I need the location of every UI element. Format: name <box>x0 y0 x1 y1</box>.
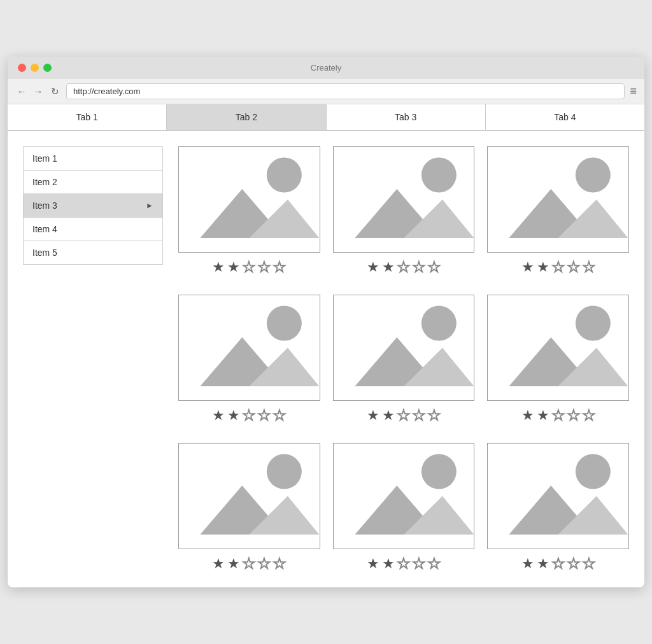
grid-cell-3-1: ★ ★ ★ ★ ★ <box>178 443 320 572</box>
star-5: ★ <box>273 407 286 424</box>
sidebar-item-4[interactable]: Item 4 <box>24 218 162 241</box>
refresh-button[interactable]: ↻ <box>48 86 61 97</box>
chevron-right-icon: ► <box>146 201 153 210</box>
star-2: ★ <box>382 407 395 424</box>
grid-cell-1-3: ★ ★ ★ ★ ★ <box>487 146 629 276</box>
browser-menu-button[interactable]: ≡ <box>630 85 637 98</box>
star-3: ★ <box>243 259 255 276</box>
star-5: ★ <box>428 259 441 276</box>
tabs-bar: Tab 1 Tab 2 Tab 3 Tab 4 <box>8 104 644 131</box>
rating-stars-1-2[interactable]: ★ ★ ★ ★ ★ <box>367 259 441 276</box>
sidebar-item-5[interactable]: Item 5 <box>24 241 162 264</box>
minimize-button[interactable] <box>31 64 39 72</box>
star-2: ★ <box>227 556 240 572</box>
star-1: ★ <box>521 556 534 572</box>
star-2: ★ <box>537 556 549 572</box>
image-placeholder <box>333 295 475 401</box>
star-5: ★ <box>583 556 595 572</box>
star-4: ★ <box>413 556 425 572</box>
star-4: ★ <box>258 407 271 424</box>
sidebar: Item 1 Item 2 Item 3 ► Item 4 Item 5 <box>23 146 163 572</box>
image-placeholder <box>178 146 320 253</box>
rating-stars-2-1[interactable]: ★ ★ ★ ★ ★ <box>212 407 286 424</box>
star-3: ★ <box>552 556 565 572</box>
grid-area: ★ ★ ★ ★ ★ <box>178 146 629 572</box>
star-1: ★ <box>212 556 225 572</box>
star-1: ★ <box>521 259 534 276</box>
star-3: ★ <box>397 259 410 276</box>
grid-cell-2-1: ★ ★ ★ ★ ★ <box>178 295 320 424</box>
url-input[interactable]: http://creately.com <box>66 83 625 99</box>
star-4: ★ <box>258 259 271 276</box>
star-2: ★ <box>227 259 240 276</box>
star-4: ★ <box>567 556 580 572</box>
grid-cell-2-3: ★ ★ ★ ★ ★ <box>487 295 629 424</box>
svg-point-9 <box>576 158 611 193</box>
star-5: ★ <box>428 556 441 572</box>
star-3: ★ <box>397 407 410 424</box>
sidebar-item-2[interactable]: Item 2 <box>24 171 162 194</box>
sidebar-item-1[interactable]: Item 1 <box>24 147 162 171</box>
grid-cell-1-2: ★ ★ ★ ★ ★ <box>333 146 475 276</box>
rating-stars-3-3[interactable]: ★ ★ ★ ★ ★ <box>521 556 595 572</box>
image-placeholder <box>178 295 320 401</box>
title-bar: Creately <box>8 57 644 79</box>
image-placeholder <box>487 443 629 549</box>
maximize-button[interactable] <box>43 64 52 72</box>
nav-buttons: ← → ↻ <box>15 86 61 97</box>
grid-cell-1-1: ★ ★ ★ ★ ★ <box>178 146 320 276</box>
menu-list: Item 1 Item 2 Item 3 ► Item 4 Item 5 <box>23 146 163 265</box>
grid-row-1: ★ ★ ★ ★ ★ <box>178 146 629 276</box>
browser-window: Creately ← → ↻ http://creately.com ≡ Tab… <box>8 57 644 587</box>
star-5: ★ <box>273 259 286 276</box>
star-2: ★ <box>227 407 240 424</box>
tab-2[interactable]: Tab 2 <box>167 104 326 130</box>
tab-3[interactable]: Tab 3 <box>327 104 486 130</box>
star-1: ★ <box>367 259 379 276</box>
star-1: ★ <box>521 407 534 424</box>
star-3: ★ <box>243 407 255 424</box>
tab-1[interactable]: Tab 1 <box>8 104 167 130</box>
image-placeholder <box>333 443 475 549</box>
forward-button[interactable]: → <box>32 86 45 97</box>
star-1: ★ <box>212 259 225 276</box>
star-4: ★ <box>567 407 580 424</box>
star-3: ★ <box>552 407 565 424</box>
svg-point-21 <box>576 306 611 341</box>
star-2: ★ <box>382 556 395 572</box>
rating-stars-2-2[interactable]: ★ ★ ★ ★ ★ <box>367 407 441 424</box>
star-5: ★ <box>583 259 595 276</box>
svg-point-17 <box>422 306 457 341</box>
svg-point-5 <box>422 158 457 193</box>
sidebar-item-3[interactable]: Item 3 ► <box>24 194 162 218</box>
image-placeholder <box>178 443 320 549</box>
rating-stars-3-1[interactable]: ★ ★ ★ ★ ★ <box>212 556 286 572</box>
rating-stars-1-3[interactable]: ★ ★ ★ ★ ★ <box>521 259 595 276</box>
star-4: ★ <box>258 556 271 572</box>
star-4: ★ <box>567 259 580 276</box>
image-placeholder <box>333 146 475 253</box>
tab-4[interactable]: Tab 4 <box>486 104 644 130</box>
grid-cell-3-3: ★ ★ ★ ★ ★ <box>487 443 629 572</box>
svg-point-33 <box>576 454 611 489</box>
star-4: ★ <box>413 407 425 424</box>
grid-row-2: ★ ★ ★ ★ ★ <box>178 295 629 424</box>
window-title: Creately <box>311 63 341 73</box>
star-3: ★ <box>243 556 255 572</box>
star-1: ★ <box>367 556 379 572</box>
content-area: Item 1 Item 2 Item 3 ► Item 4 Item 5 <box>8 131 644 587</box>
svg-point-25 <box>267 454 302 489</box>
address-bar: ← → ↻ http://creately.com ≡ <box>8 79 644 104</box>
star-5: ★ <box>273 556 286 572</box>
back-button[interactable]: ← <box>15 86 28 97</box>
close-button[interactable] <box>18 64 26 72</box>
grid-cell-2-2: ★ ★ ★ ★ ★ <box>333 295 475 424</box>
star-3: ★ <box>552 259 565 276</box>
rating-stars-3-2[interactable]: ★ ★ ★ ★ ★ <box>367 556 441 572</box>
svg-point-1 <box>267 158 302 193</box>
star-2: ★ <box>537 259 549 276</box>
rating-stars-1-1[interactable]: ★ ★ ★ ★ ★ <box>212 259 286 276</box>
star-2: ★ <box>382 259 395 276</box>
rating-stars-2-3[interactable]: ★ ★ ★ ★ ★ <box>521 407 595 424</box>
svg-point-13 <box>267 306 302 341</box>
